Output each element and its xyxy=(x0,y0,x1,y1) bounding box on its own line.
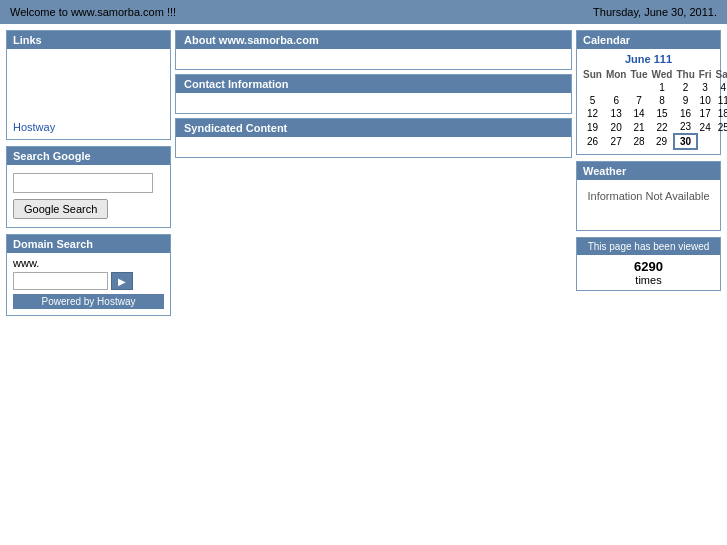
domain-search-header: Domain Search xyxy=(7,235,170,253)
links-panel: Links Hostway xyxy=(6,30,171,140)
calendar-day-cell: 15 xyxy=(649,107,674,120)
domain-search-button[interactable]: ▶ xyxy=(111,272,133,290)
calendar-day-cell: 19 xyxy=(581,120,604,134)
google-search-input[interactable] xyxy=(13,173,153,193)
calendar-day-header: Tue xyxy=(628,68,649,81)
calendar-day-cell: 16 xyxy=(674,107,696,120)
calendar-week-row: 1234 xyxy=(581,81,727,94)
search-google-body: Google Search xyxy=(7,165,170,227)
calendar-day-cell: 23 xyxy=(674,120,696,134)
calendar-day-cell: 26 xyxy=(581,134,604,149)
weather-status: Information Not Available xyxy=(587,190,709,202)
calendar-month-year: June 111 xyxy=(581,53,716,65)
main-layout: Links Hostway Search Google Google Searc… xyxy=(0,24,727,322)
calendar-week-row: 19202122232425 xyxy=(581,120,727,134)
calendar-day-cell: 13 xyxy=(604,107,629,120)
calendar-week-row: 567891011 xyxy=(581,94,727,107)
left-column: Links Hostway Search Google Google Searc… xyxy=(6,30,171,316)
domain-search-input[interactable] xyxy=(13,272,108,290)
calendar-body: June 111 SunMonTueWedThuFriSat 123456789… xyxy=(577,49,720,154)
calendar-day-cell: 2 xyxy=(674,81,696,94)
www-label: www. xyxy=(13,257,164,269)
calendar-day-header: Thu xyxy=(674,68,696,81)
calendar-day-cell: 8 xyxy=(649,94,674,107)
about-panel-header: About www.samorba.com xyxy=(176,31,571,49)
calendar-day-cell: 9 xyxy=(674,94,696,107)
domain-search-panel: Domain Search www. ▶ Powered by Hostway xyxy=(6,234,171,316)
calendar-panel: Calendar June 111 SunMonTueWedThuFriSat … xyxy=(576,30,721,155)
calendar-day-header: Sun xyxy=(581,68,604,81)
syndicated-panel-body xyxy=(176,137,571,157)
calendar-day-cell: 5 xyxy=(581,94,604,107)
calendar-day-cell: 1 xyxy=(649,81,674,94)
calendar-day-header: Fri xyxy=(697,68,714,81)
calendar-day-cell: 21 xyxy=(628,120,649,134)
pageviews-panel: This page has been viewed 6290 times xyxy=(576,237,721,291)
middle-column: About www.samorba.com Contact Informatio… xyxy=(175,30,572,158)
powered-by-link[interactable]: Powered by Hostway xyxy=(42,296,136,307)
calendar-week-row: 2627282930 xyxy=(581,134,727,149)
about-panel-body xyxy=(176,49,571,69)
calendar-week-row: 12131415161718 xyxy=(581,107,727,120)
calendar-day-cell: 11 xyxy=(714,94,727,107)
calendar-day-cell: 22 xyxy=(649,120,674,134)
calendar-day-cell: 25 xyxy=(714,120,727,134)
calendar-table: SunMonTueWedThuFriSat 123456789101112131… xyxy=(581,68,727,150)
search-google-header: Search Google xyxy=(7,147,170,165)
links-panel-header: Links xyxy=(7,31,170,49)
calendar-day-cell: 20 xyxy=(604,120,629,134)
calendar-day-cell: 24 xyxy=(697,120,714,134)
calendar-day-cell: 10 xyxy=(697,94,714,107)
calendar-day-header: Wed xyxy=(649,68,674,81)
contact-panel: Contact Information xyxy=(175,74,572,114)
date-display: Thursday, June 30, 2011. xyxy=(593,6,717,18)
site-title: Welcome to www.samorba.com !!! xyxy=(10,6,176,18)
syndicated-panel: Syndicated Content xyxy=(175,118,572,158)
calendar-header: Calendar xyxy=(577,31,720,49)
calendar-day-cell xyxy=(604,81,629,94)
hostway-link[interactable]: Hostway xyxy=(13,121,55,133)
google-search-button[interactable]: Google Search xyxy=(13,199,108,219)
calendar-day-cell: 29 xyxy=(649,134,674,149)
calendar-day-cell: 27 xyxy=(604,134,629,149)
calendar-day-cell: 3 xyxy=(697,81,714,94)
syndicated-panel-header: Syndicated Content xyxy=(176,119,571,137)
weather-header: Weather xyxy=(577,162,720,180)
calendar-day-cell xyxy=(628,81,649,94)
domain-input-row: ▶ xyxy=(13,272,164,290)
calendar-day-cell xyxy=(714,134,727,149)
calendar-day-cell: 4 xyxy=(714,81,727,94)
calendar-day-cell: 30 xyxy=(674,134,696,149)
calendar-day-header: Mon xyxy=(604,68,629,81)
calendar-day-cell: 14 xyxy=(628,107,649,120)
calendar-day-cell: 12 xyxy=(581,107,604,120)
pageviews-times-label: times xyxy=(581,274,716,286)
domain-search-icon: ▶ xyxy=(118,276,126,287)
weather-body: Information Not Available xyxy=(577,180,720,230)
calendar-day-cell: 18 xyxy=(714,107,727,120)
contact-panel-header: Contact Information xyxy=(176,75,571,93)
calendar-day-cell: 7 xyxy=(628,94,649,107)
pageviews-header: This page has been viewed xyxy=(577,238,720,255)
domain-search-body: www. ▶ Powered by Hostway xyxy=(7,253,170,315)
pageviews-body: 6290 times xyxy=(577,255,720,290)
powered-by-label: Powered by Hostway xyxy=(13,294,164,309)
calendar-day-cell: 17 xyxy=(697,107,714,120)
right-column: Calendar June 111 SunMonTueWedThuFriSat … xyxy=(576,30,721,291)
calendar-day-cell: 28 xyxy=(628,134,649,149)
links-panel-body: Hostway xyxy=(7,49,170,139)
calendar-body-rows: 1234567891011121314151617181920212223242… xyxy=(581,81,727,149)
header: Welcome to www.samorba.com !!! Thursday,… xyxy=(0,0,727,24)
pageviews-count: 6290 xyxy=(581,259,716,274)
calendar-day-cell: 6 xyxy=(604,94,629,107)
weather-panel: Weather Information Not Available xyxy=(576,161,721,231)
search-google-panel: Search Google Google Search xyxy=(6,146,171,228)
calendar-day-header: Sat xyxy=(714,68,727,81)
about-panel: About www.samorba.com xyxy=(175,30,572,70)
contact-panel-body xyxy=(176,93,571,113)
calendar-day-cell xyxy=(697,134,714,149)
calendar-header-row: SunMonTueWedThuFriSat xyxy=(581,68,727,81)
calendar-day-cell xyxy=(581,81,604,94)
